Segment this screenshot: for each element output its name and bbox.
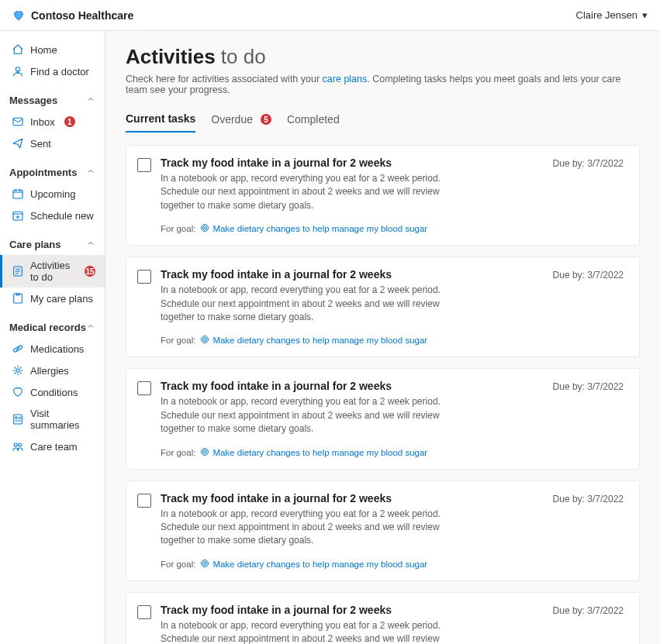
task-card: Track my food intake in a journal for 2 … — [126, 480, 640, 581]
goal-label: For goal: — [161, 560, 195, 569]
sidebar-item-home[interactable]: Home — [0, 39, 105, 60]
chevron-up-icon — [86, 239, 95, 250]
svg-point-9 — [16, 417, 18, 419]
tab-overdue[interactable]: Overdue5 — [211, 109, 271, 133]
sidebar-item-team[interactable]: Care team — [0, 436, 105, 457]
summary-icon — [12, 413, 24, 425]
nav-group-title: Care plans — [9, 239, 60, 250]
svg-point-11 — [19, 443, 22, 446]
goal-label: For goal: — [161, 336, 195, 345]
goal-label: For goal: — [161, 224, 195, 233]
care-plans-link[interactable]: care plans — [323, 74, 368, 84]
chevron-up-icon — [86, 95, 95, 106]
nav-group-header[interactable]: Appointments — [0, 162, 105, 183]
task-title: Track my food intake in a journal for 2 … — [161, 492, 392, 505]
sidebar-item-calendar-add[interactable]: Schedule new — [0, 205, 105, 226]
task-description: In a notebook or app, record everything … — [161, 284, 471, 324]
task-card: Track my food intake in a journal for 2 … — [126, 592, 640, 644]
sidebar-item-label: Care team — [30, 441, 78, 453]
nav-group-header[interactable]: Messages — [0, 90, 105, 111]
goal-link[interactable]: Make dietary changes to help manage my b… — [200, 447, 427, 458]
task-goal: For goal:Make dietary changes to help ma… — [161, 559, 624, 570]
target-icon — [200, 223, 209, 234]
task-checkbox[interactable] — [137, 605, 151, 619]
task-checkbox[interactable] — [137, 494, 151, 508]
svg-rect-1 — [13, 118, 22, 125]
task-due-date: Due by: 3/7/2022 — [553, 605, 624, 616]
sent-icon — [12, 137, 24, 150]
allergy-icon — [12, 364, 24, 377]
sidebar-item-label: Sent — [30, 138, 51, 150]
sidebar-item-label: Visit summaries — [30, 408, 95, 431]
count-badge: 1 — [64, 116, 75, 127]
task-title: Track my food intake in a journal for 2 … — [161, 157, 392, 169]
heart-logo-icon — [12, 9, 25, 22]
pill-icon — [12, 343, 24, 355]
svg-rect-2 — [13, 190, 22, 198]
sidebar-item-label: Find a doctor — [30, 66, 89, 77]
inbox-icon — [12, 115, 24, 128]
task-checkbox[interactable] — [137, 158, 151, 172]
task-checkbox[interactable] — [137, 381, 151, 395]
nav-group-title: Appointments — [9, 167, 77, 178]
sidebar-item-label: My care plans — [30, 293, 93, 305]
tab-current-tasks[interactable]: Current tasks — [126, 109, 195, 133]
task-goal: For goal:Make dietary changes to help ma… — [161, 335, 624, 346]
sidebar-item-calendar[interactable]: Upcoming — [0, 183, 105, 205]
goal-link[interactable]: Make dietary changes to help manage my b… — [200, 335, 427, 346]
sidebar-item-careplan[interactable]: My care plans — [0, 288, 105, 309]
goal-label: For goal: — [161, 448, 195, 457]
svg-rect-8 — [14, 415, 22, 424]
svg-point-17 — [205, 339, 206, 340]
sidebar-item-label: Home — [30, 44, 57, 56]
task-title: Track my food intake in a journal for 2 … — [161, 268, 392, 281]
user-name: Claire Jensen — [576, 9, 638, 21]
task-description: In a notebook or app, record everything … — [161, 172, 471, 212]
page-description: Check here for activities associated wit… — [126, 74, 640, 95]
nav-group-header[interactable]: Care plans — [0, 234, 105, 255]
task-checkbox[interactable] — [137, 270, 151, 284]
sidebar-item-label: Inbox — [30, 116, 55, 128]
careplan-icon — [12, 292, 24, 305]
home-icon — [12, 43, 24, 56]
sidebar-item-label: Upcoming — [30, 188, 76, 200]
sidebar-item-pill[interactable]: Medications — [0, 338, 105, 360]
goal-link[interactable]: Make dietary changes to help manage my b… — [200, 223, 427, 234]
task-description: In a notebook or app, record everything … — [161, 395, 471, 436]
brand[interactable]: Contoso Healthcare — [12, 9, 133, 22]
task-card: Track my food intake in a journal for 2 … — [126, 145, 640, 246]
tab-label: Current tasks — [126, 112, 195, 125]
target-icon — [200, 335, 209, 346]
sidebar: HomeFind a doctorMessagesInbox1SentAppoi… — [0, 31, 105, 644]
brand-name: Contoso Healthcare — [31, 9, 133, 22]
tab-label: Overdue — [211, 113, 253, 126]
task-due-date: Due by: 3/7/2022 — [553, 158, 624, 169]
task-description: In a notebook or app, record everything … — [161, 508, 471, 548]
main-content: Activities to do Check here for activiti… — [105, 31, 660, 644]
nav-group-header[interactable]: Medical records — [0, 317, 105, 338]
chevron-up-icon — [86, 167, 95, 178]
sidebar-item-allergy[interactable]: Allergies — [0, 360, 105, 381]
calendar-icon — [12, 188, 24, 200]
task-list: Track my food intake in a journal for 2 … — [126, 145, 640, 644]
sidebar-item-heart[interactable]: Conditions — [0, 381, 105, 403]
user-menu[interactable]: Claire Jensen ▾ — [576, 9, 648, 21]
svg-point-0 — [16, 67, 19, 71]
svg-point-7 — [16, 369, 19, 372]
doctor-icon — [12, 65, 24, 77]
goal-link[interactable]: Make dietary changes to help manage my b… — [200, 559, 427, 570]
sidebar-item-label: Activities to do — [30, 260, 75, 283]
sidebar-item-doctor[interactable]: Find a doctor — [0, 60, 105, 82]
tab-label: Completed — [287, 113, 340, 126]
sidebar-item-summary[interactable]: Visit summaries — [0, 403, 105, 436]
task-card: Track my food intake in a journal for 2 … — [126, 257, 640, 357]
sidebar-item-inbox[interactable]: Inbox1 — [0, 111, 105, 133]
tab-completed[interactable]: Completed — [287, 109, 340, 133]
svg-point-10 — [14, 443, 17, 446]
task-goal: For goal:Make dietary changes to help ma… — [161, 223, 624, 234]
count-badge: 15 — [85, 266, 95, 277]
sidebar-item-activities[interactable]: Activities to do15 — [0, 255, 105, 288]
sidebar-item-label: Medications — [30, 343, 84, 355]
sidebar-item-sent[interactable]: Sent — [0, 133, 105, 154]
chevron-up-icon — [86, 322, 95, 333]
